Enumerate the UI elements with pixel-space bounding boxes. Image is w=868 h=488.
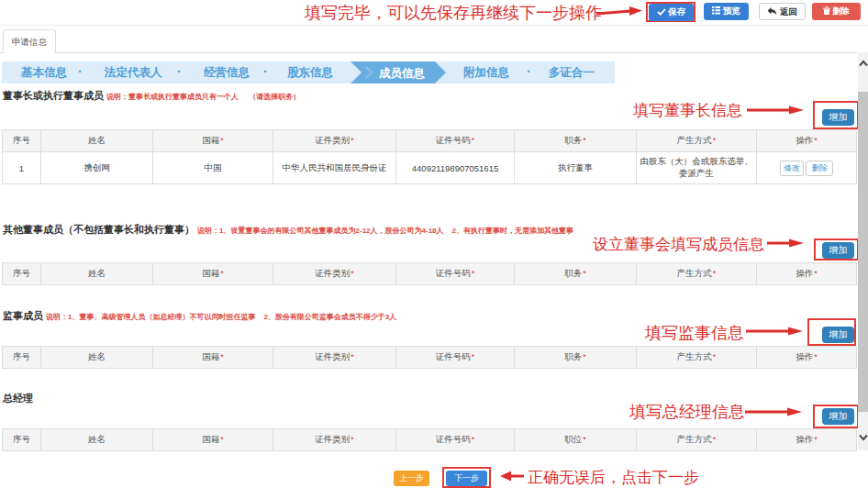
svg-text:成员信息: 成员信息 xyxy=(378,67,426,80)
